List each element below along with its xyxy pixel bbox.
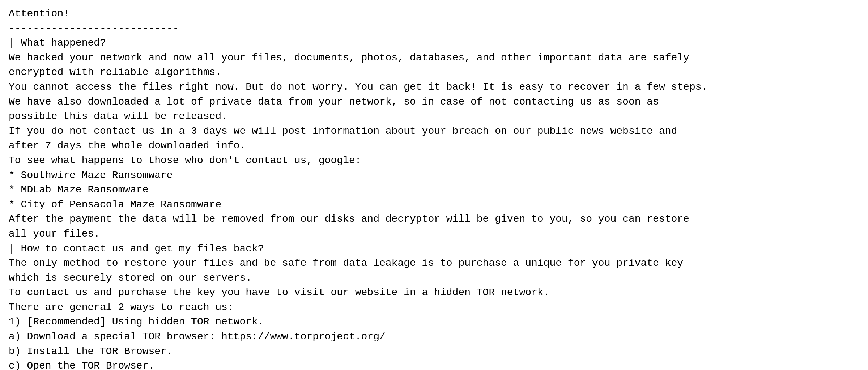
- text-line: To contact us and purchase the key you h…: [9, 285, 859, 300]
- text-line: The only method to restore your files an…: [9, 256, 859, 271]
- text-line: a) Download a special TOR browser: https…: [9, 329, 859, 344]
- text-line: There are general 2 ways to reach us:: [9, 300, 859, 315]
- text-line: b) Install the TOR Browser.: [9, 344, 859, 359]
- text-line: ----------------------------: [9, 21, 859, 36]
- text-line: all your files.: [9, 227, 859, 242]
- text-line: c) Open the TOR Browser.: [9, 359, 859, 370]
- ransom-note-container: Attention!----------------------------| …: [9, 7, 859, 370]
- text-line: | What happened?: [9, 36, 859, 51]
- text-line: * Southwire Maze Ransomware: [9, 168, 859, 183]
- text-line: If you do not contact us in a 3 days we …: [9, 124, 859, 139]
- text-line: * City of Pensacola Maze Ransomware: [9, 197, 859, 212]
- text-line: which is securely stored on our servers.: [9, 271, 859, 286]
- text-line: After the payment the data will be remov…: [9, 212, 859, 227]
- text-line: * MDLab Maze Ransomware: [9, 183, 859, 197]
- text-line: We have also downloaded a lot of private…: [9, 95, 859, 110]
- text-line: We hacked your network and now all your …: [9, 51, 859, 65]
- text-line: | How to contact us and get my files bac…: [9, 242, 859, 256]
- text-line: To see what happens to those who don't c…: [9, 153, 859, 168]
- text-line: possible this data will be released.: [9, 109, 859, 124]
- text-line: encrypted with reliable algorithms.: [9, 65, 859, 80]
- text-line: Attention!: [9, 7, 859, 21]
- text-line: 1) [Recommended] Using hidden TOR networ…: [9, 315, 859, 329]
- text-line: You cannot access the files right now. B…: [9, 80, 859, 95]
- text-line: after 7 days the whole downloaded info.: [9, 139, 859, 153]
